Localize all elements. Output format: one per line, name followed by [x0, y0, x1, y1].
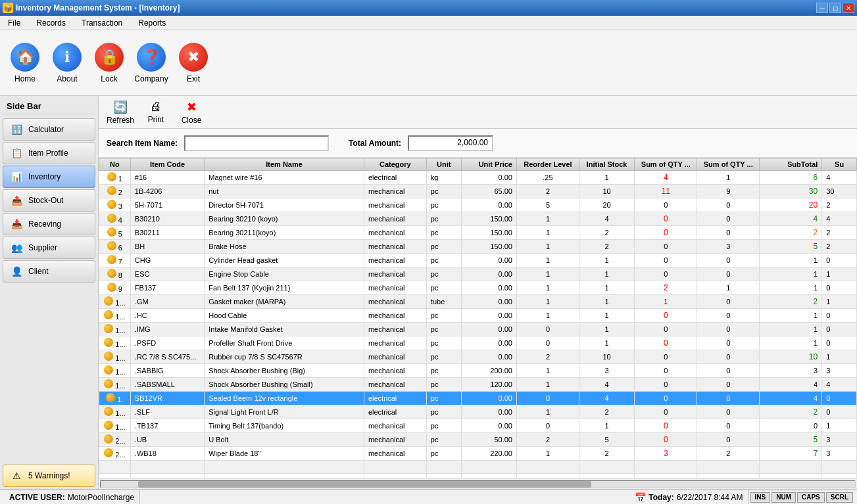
exit-label: Exit [187, 74, 200, 83]
table-row[interactable]: 1....SABBIGShock Absorber Bushing (Big)m… [99, 364, 857, 378]
table-cell: 1 [516, 378, 579, 392]
table-cell: electrical [364, 171, 426, 185]
sidebar-item-profile[interactable]: 📋 Item Profile [3, 142, 95, 164]
table-cell-empty [697, 461, 760, 474]
table-body[interactable]: 1#16Magnet wire #16electricalkg0.00.2514… [99, 171, 857, 478]
refresh-button[interactable]: 🔄 Refresh [104, 99, 137, 126]
table-cell: 0.00 [461, 392, 516, 405]
table-cell: 1 [822, 350, 857, 364]
table-row[interactable]: 4B30210Bearing 30210 (koyo)mechanicalpc1… [99, 212, 857, 226]
table-row[interactable]: 1....SABSMALLShock Absorber Bushing (Sma… [99, 378, 857, 392]
table-row[interactable]: 1....RC 7/8 S SC475...Rubber cup 7/8 S S… [99, 350, 857, 364]
sidebar-supplier[interactable]: 👥 Supplier [3, 237, 95, 259]
menu-records[interactable]: Records [31, 17, 71, 29]
supplier-icon: 👥 [9, 241, 24, 254]
scroll-track[interactable] [100, 480, 856, 488]
toolbar: 🏠 Home ℹ About 🔒 Lock ❓ Company ✖ Exit [0, 30, 857, 96]
row-indicator [107, 214, 116, 223]
lock-icon: 🔒 [95, 43, 124, 72]
table-row[interactable]: 35H-7071Director 5H-7071mechanicalpc0.00… [99, 198, 857, 212]
table-cell: 9 [697, 185, 760, 198]
table-cell: Shock Absorber Bushing (Big) [205, 364, 364, 378]
search-input[interactable] [184, 135, 329, 151]
table-container[interactable]: No Item Code Item Name Category Unit Uni… [99, 158, 857, 478]
home-button[interactable]: 🏠 Home [5, 34, 45, 92]
table-row[interactable]: 5B30211Bearing 30211(koyo)mechanicalpc15… [99, 226, 857, 240]
menu-reports[interactable]: Reports [133, 17, 171, 29]
table-cell: 50.00 [461, 433, 516, 447]
col-header-category: Category [364, 158, 426, 171]
about-button[interactable]: ℹ About [47, 34, 87, 92]
table-cell: 3 [822, 447, 857, 461]
horizontal-scrollbar[interactable] [99, 478, 857, 490]
lock-button[interactable]: 🔒 Lock [89, 34, 129, 92]
table-cell: 1... [99, 323, 131, 336]
table-cell: 2 [697, 447, 760, 461]
table-cell: Profeller Shaft Front Drive [205, 336, 364, 350]
col-header-su: Su [822, 158, 857, 171]
table-cell: 0 [697, 309, 760, 323]
table-header-row: No Item Code Item Name Category Unit Uni… [99, 158, 857, 171]
restore-button[interactable]: ◻ [829, 3, 841, 13]
table-cell: .UB [130, 433, 204, 447]
table-cell: 1 [579, 171, 634, 185]
table-row[interactable]: 7CHGCylinder Head gasketmechanicalpc0.00… [99, 254, 857, 267]
col-header-initial: Initial Stock [579, 158, 634, 171]
table-cell: Brake Hose [205, 240, 364, 254]
table-cell: Fan Belt 137 (Kyojin 211) [205, 281, 364, 295]
table-row[interactable]: 1#16Magnet wire #16electricalkg0.00.2514… [99, 171, 857, 185]
table-cell: 0 [635, 198, 697, 212]
table-cell: 10 [579, 350, 634, 364]
table-cell: mechanical [364, 447, 426, 461]
table-cell-empty [579, 474, 634, 478]
company-button[interactable]: ❓ Company [132, 34, 171, 92]
minimize-button[interactable]: ─ [816, 3, 828, 13]
print-button[interactable]: 🖨 Print [139, 99, 172, 126]
table-cell: 0 [635, 240, 697, 254]
search-label: Search Item Name: [107, 139, 178, 148]
table-row[interactable]: 1....PSFDProfeller Shaft Front Drivemech… [99, 336, 857, 350]
row-indicator [104, 352, 113, 361]
close-window-button[interactable]: ✕ [843, 3, 854, 13]
table-row[interactable]: 21B-4206nutmechanicalpc65.002101193030 [99, 185, 857, 198]
table-cell: 1 [822, 295, 857, 309]
table-cell: 3 [579, 364, 634, 378]
table-row[interactable]: 1....IMGIntake Manifold Gasketmechanical… [99, 323, 857, 336]
sidebar-receiving[interactable]: 📥 Receving [3, 213, 95, 235]
table-row[interactable]: 6BHBrake Hosemechanicalpc150.00120352 [99, 240, 857, 254]
table-row[interactable]: 1....SLFSignal Light Front L/Relectrical… [99, 405, 857, 419]
sidebar-inventory[interactable]: 📊 Inventory [3, 166, 95, 188]
table-row[interactable]: 1....GMGasket maker (MARPA)mechanicaltub… [99, 295, 857, 309]
sidebar-client[interactable]: 👤 Client [3, 260, 95, 283]
table-cell: pc [426, 350, 461, 364]
table-cell: 1 [516, 240, 579, 254]
table-cell: 3 [635, 447, 697, 461]
sidebar-calculator[interactable]: 🔢 Calculator [3, 118, 95, 141]
table-row-empty [99, 474, 857, 478]
table-row[interactable]: 1.SB12VRSealed Beem 12v rectangleelectri… [99, 392, 857, 405]
exit-button[interactable]: ✖ Exit [174, 34, 213, 92]
table-cell: 0 [635, 323, 697, 336]
table-row[interactable]: 9FB137Fan Belt 137 (Kyojin 211)mechanica… [99, 281, 857, 295]
table-cell: pc [426, 267, 461, 281]
table-row[interactable]: 1....TB137Timing Belt 137(bando)mechanic… [99, 419, 857, 433]
table-row[interactable]: 2....WB18Wiper Blade 18"mechanicalpc220.… [99, 447, 857, 461]
sidebar-warnings[interactable]: ⚠ 5 Warnings! [3, 465, 95, 487]
table-cell: 1 [760, 323, 822, 336]
scroll-thumb[interactable] [138, 481, 591, 488]
menu-file[interactable]: File [3, 17, 26, 29]
menu-transaction[interactable]: Transaction [76, 17, 128, 29]
table-cell: 0 [822, 336, 857, 350]
table-cell: 0.00 [461, 419, 516, 433]
table-row[interactable]: 2....UBU Boltmechanicalpc50.00250053 [99, 433, 857, 447]
table-cell: 220.00 [461, 447, 516, 461]
close-button[interactable]: ✖ Close [175, 99, 208, 126]
table-row[interactable]: 8ESCEngine Stop Cablemechanicalpc0.00110… [99, 267, 857, 281]
table-cell: .SLF [130, 405, 204, 419]
table-cell: 2 [760, 295, 822, 309]
sidebar-stock-out[interactable]: 📤 Stock-Out [3, 189, 95, 212]
table-row[interactable]: 1....HCHood Cablemechanicalpc0.00110010 [99, 309, 857, 323]
window-controls[interactable]: ─ ◻ ✕ [816, 3, 854, 13]
table-cell: 6 [99, 240, 131, 254]
table-cell: mechanical [364, 419, 426, 433]
